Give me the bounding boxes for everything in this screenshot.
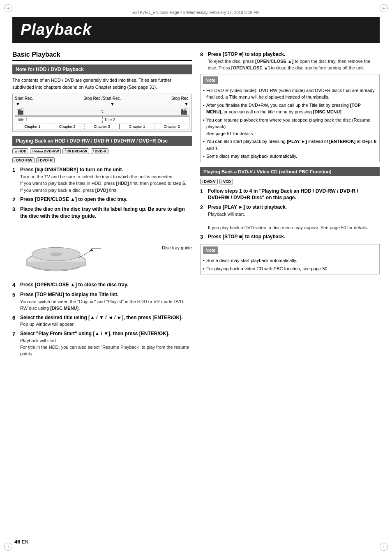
disc-tray-area: Disc tray guide (21, 224, 192, 277)
corner-mark-bl (4, 543, 12, 551)
disc-vcd: /VCD (219, 179, 233, 184)
header-text: E3TK7FD_EN.book Page 46 Wednesday, Febru… (132, 10, 260, 15)
disc-hdd: ▲HDD (12, 148, 28, 154)
note-item-5: • Some discs may start playback automati… (203, 153, 377, 160)
two-col-layout: Basic Playback Note for HDD / DVD Playba… (12, 51, 380, 360)
notes-list-right: • For DVD-R (video mode), DVD-RW (video … (203, 87, 377, 160)
ch5: Chapter 2 (154, 124, 189, 129)
dvd-step-1: 1 Follow steps 1 to 4 in "Playing Back a… (200, 188, 380, 202)
note-label-right: Note (203, 76, 218, 84)
arrow3: ▼ (184, 101, 189, 106)
dvd-steps-list: 1 Follow steps 1 to 4 in "Playing Back a… (200, 188, 380, 241)
page-num-text: 46 (14, 539, 20, 545)
step-6: 6 Select the desired title using [▲ / ▼ … (12, 314, 192, 328)
right-disc-icons: /DVD-V /VCD (200, 179, 380, 184)
title2-label: Title 2 (103, 117, 189, 123)
page-title: Playback (21, 21, 371, 39)
note-box-right: Note • For DVD-R (video mode), DVD-RW (v… (200, 74, 380, 162)
left-column: Basic Playback Note for HDD / DVD Playba… (12, 51, 192, 360)
step-7: 7 Select "Play From Start" using [▲ / ▼]… (12, 330, 192, 357)
svg-marker-4 (90, 249, 93, 251)
disc-tray-guide-label: Disc tray guide (162, 245, 192, 250)
corner-mark-br (380, 543, 388, 551)
title1-label: Title 1 (15, 117, 103, 123)
step-2: 2 Press [OPEN/CLOSE ▲] to open the disc … (12, 196, 192, 203)
page-en-text: EN (22, 539, 28, 544)
dvd-notes-list: • Some discs may start playback automati… (203, 257, 377, 272)
icon-mid: ≈ (101, 108, 104, 115)
note-item-4: • You can also start playback by pressin… (203, 138, 377, 152)
disc-icons-row2: /DVD+RW /DVD+R (12, 157, 192, 163)
section-title: Basic Playback (12, 51, 192, 61)
timeline-stop-rec: Stop Rec. (171, 96, 189, 101)
disc-dvdplusrw: /DVD+RW (12, 157, 35, 163)
steps-list-1: 1 Press [I/ψ ON/STANDBY] to turn on the … (12, 166, 192, 220)
note-item-3: • You can resume playback from where you… (203, 117, 377, 137)
dvd-step-3: 3 Press [STOP ■] to stop playback. (200, 233, 380, 241)
corner-mark-tl (4, 4, 12, 12)
icon-rec1: 🎬 (17, 108, 24, 115)
disc-dvdrw-video: /VideoDVD-RW (30, 148, 61, 154)
corner-mark-tr (380, 4, 388, 12)
disc-dvdr: /DVD-R (91, 148, 108, 154)
page-number: 46 EN (14, 539, 28, 545)
steps-list-2: 4 Press [OPEN/CLOSE ▲] to close the disc… (12, 281, 192, 357)
timeline-stop-rec-start: Stop Rec./Start Rec. (83, 96, 121, 101)
chapters-row: Chapter 1 Chapter 2 Chapter 3 Chapter 1 … (15, 124, 189, 129)
dvd-section-box: Playing Back a DVD-V / Video CD (without… (200, 167, 380, 176)
note-item-2: • After you finalise the DVD+RW, you can… (203, 102, 377, 115)
playing-back-label: Playing Back an HDD / DVD-RW / DVD-R / D… (16, 138, 168, 144)
page-title-box: Playback (12, 17, 380, 43)
dvd-section-label: Playing Back a DVD-V / Video CD (without… (203, 169, 332, 174)
timeline-start-rec: Start Rec. (15, 96, 33, 101)
step-5: 5 Press [TOP MENU] to display the Title … (12, 291, 192, 312)
note-hdd-box: Note for HDD / DVD Playback (12, 64, 192, 74)
note-item-1: • For DVD-R (video mode), DVD-RW (video … (203, 87, 377, 101)
page-container: E3TK7FD_EN.book Page 46 Wednesday, Febru… (0, 0, 392, 555)
ch3: Chapter 3 (85, 124, 120, 129)
header-bar: E3TK7FD_EN.book Page 46 Wednesday, Febru… (12, 8, 380, 15)
step-3: 3 Place the disc on the disc tray with i… (12, 206, 192, 220)
note-hdd-text: The contents of an HDD / DVD are general… (12, 77, 192, 90)
playing-back-box: Playing Back an HDD / DVD-RW / DVD-R / D… (12, 136, 192, 146)
dvd-note-2: • For playing back a video CD with PBC f… (203, 265, 377, 272)
dvd-step-2: 2 Press [PLAY ►] to start playback. Play… (200, 204, 380, 231)
disc-dvdrw-vr: /VRDVD-RW (62, 148, 89, 154)
note-box-dvd: Note • Some discs may start playback aut… (200, 244, 380, 274)
right-column: 8 Press [STOP ■] to stop playback. To ej… (200, 51, 380, 360)
disc-dvdv: /DVD-V (200, 179, 218, 184)
timeline-diagram: Start Rec. Stop Rec./Start Rec. Stop Rec… (12, 94, 192, 132)
step-1: 1 Press [I/ψ ON/STANDBY] to turn on the … (12, 166, 192, 193)
ch4: Chapter 1 (120, 124, 155, 129)
arrow2: ▼ (110, 101, 115, 106)
step-4: 4 Press [OPEN/CLOSE ▲] to close the disc… (12, 281, 192, 289)
disc-tray-svg (21, 224, 103, 273)
svg-point-2 (51, 253, 62, 256)
icon-rec2: 🎬 (180, 108, 187, 115)
ch2: Chapter 2 (50, 124, 85, 129)
arrow1: ▼ (16, 101, 20, 106)
step-8: 8 Press [STOP ■] to stop playback. To ej… (200, 51, 380, 71)
disc-icons-row1: ▲HDD /VideoDVD-RW /VRDVD-RW /DVD-R (12, 148, 192, 154)
dvd-note-1: • Some discs may start playback automati… (203, 257, 377, 264)
note-label-dvd: Note (203, 246, 218, 254)
note-hdd-label: Note for HDD / DVD Playback (16, 67, 84, 72)
disc-dvdplusr: /DVD+R (36, 157, 55, 163)
ch1: Chapter 1 (15, 124, 50, 129)
